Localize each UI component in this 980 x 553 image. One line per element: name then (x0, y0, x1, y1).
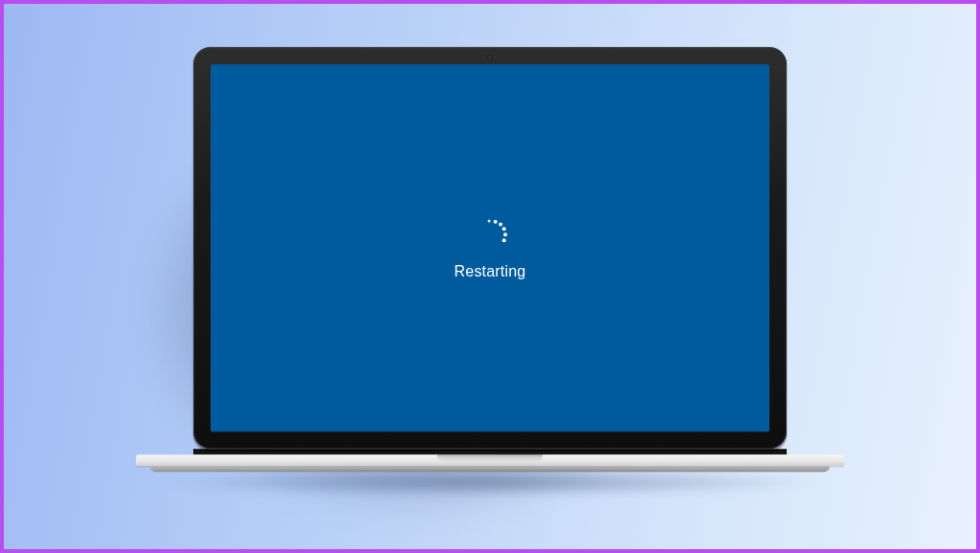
laptop-base (136, 454, 844, 472)
loading-spinner-icon (473, 215, 507, 250)
image-frame: Restarting (0, 0, 980, 553)
laptop-device: Restarting (193, 47, 787, 472)
webcam-dot (488, 55, 493, 59)
laptop-lid: Restarting (193, 47, 787, 449)
restart-status-text: Restarting (455, 263, 526, 280)
trackpad-notch (437, 454, 543, 461)
windows-restart-screen: Restarting (211, 64, 769, 431)
laptop-base-top (136, 454, 844, 466)
laptop-foot-shadow (155, 468, 825, 497)
